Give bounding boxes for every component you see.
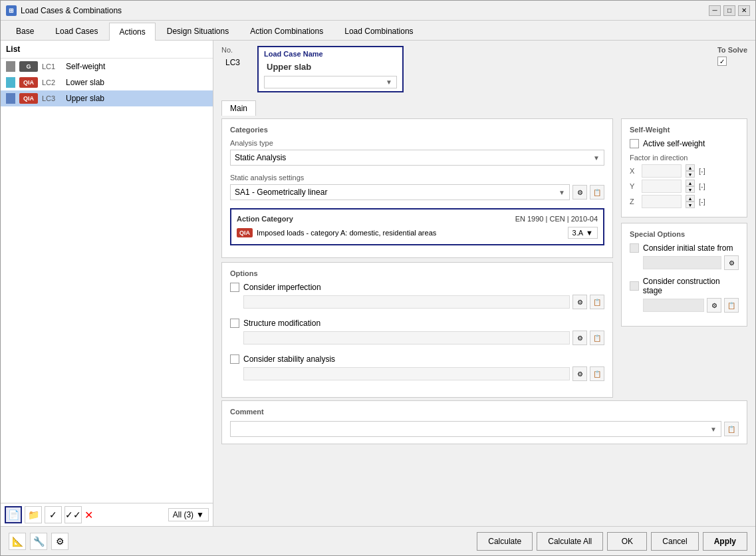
ok-button[interactable]: OK <box>607 532 647 551</box>
construction-stage-input <box>643 299 704 312</box>
apply-button[interactable]: Apply <box>703 532 747 551</box>
all-dropdown[interactable]: All (3) ▼ <box>168 508 209 521</box>
initial-state-edit-button[interactable]: ⚙ <box>724 255 739 270</box>
tool-button-1[interactable]: 📐 <box>9 533 26 550</box>
structure-modification-input[interactable] <box>243 331 570 345</box>
maximize-button[interactable]: □ <box>723 5 735 16</box>
structure-edit-button[interactable]: ⚙ <box>572 331 587 345</box>
initial-state-checkbox[interactable] <box>630 243 639 253</box>
structure-modification-checkbox[interactable] <box>230 319 239 328</box>
tool-button-3[interactable]: ⚙ <box>51 533 68 550</box>
construction-copy-button[interactable]: 📋 <box>724 298 739 313</box>
calculate-all-button[interactable]: Calculate All <box>537 532 603 551</box>
load-case-name-label: Load Case Name <box>264 50 397 58</box>
categories-box: Categories Analysis type Static Analysis… <box>221 118 613 258</box>
imperfection-edit-button[interactable]: ⚙ <box>572 295 587 309</box>
item-color-strip <box>6 77 15 88</box>
action-category-dropdown-value: 3.A <box>572 229 584 237</box>
comment-copy-button[interactable]: 📋 <box>724 422 739 436</box>
factor-z-up[interactable]: ▲ <box>686 195 695 202</box>
construction-stage-label: Consider construction stage <box>643 277 739 295</box>
factor-x-up[interactable]: ▲ <box>686 164 695 171</box>
tab-base[interactable]: Base <box>6 22 44 40</box>
main-section-row: Categories Analysis type Static Analysis… <box>213 116 755 398</box>
window-title: Load Cases & Combinations <box>21 6 122 15</box>
minimize-button[interactable]: ─ <box>709 5 721 16</box>
tab-load-combinations[interactable]: Load Combinations <box>334 22 423 40</box>
self-weight-panel: Self-Weight Active self-weight Factor in… <box>621 118 747 217</box>
factor-z-input[interactable] <box>642 195 682 208</box>
load-case-name-dropdown[interactable]: ▼ <box>264 76 397 88</box>
all-dropdown-label: All (3) <box>173 510 193 519</box>
imperfection-copy-button[interactable]: 📋 <box>590 295 604 309</box>
factor-x-input[interactable] <box>642 164 682 178</box>
stability-input[interactable] <box>243 367 570 380</box>
cancel-button[interactable]: Cancel <box>651 532 698 551</box>
consider-imperfection-row: Consider imperfection ⚙ 📋 <box>230 283 604 309</box>
factor-x-label: X <box>630 167 638 175</box>
item-lc-label: LC2 <box>42 78 62 86</box>
app-icon: ⊞ <box>6 5 17 16</box>
comment-dropdown[interactable]: ▼ <box>230 421 721 437</box>
static-settings-dropdown[interactable]: SA1 - Geometrically linear ▼ <box>230 184 570 200</box>
tab-actions[interactable]: Actions <box>109 23 155 41</box>
stability-copy-button[interactable]: 📋 <box>590 366 604 381</box>
load-case-name-input[interactable] <box>264 61 384 73</box>
list-item[interactable]: G LC1 Self-weight <box>1 59 213 74</box>
tab-load-cases[interactable]: Load Cases <box>45 22 108 40</box>
item-name-label: Self-weight <box>66 62 105 71</box>
chevron-down-icon: ▼ <box>586 229 593 237</box>
to-solve-checkbox[interactable] <box>717 57 727 66</box>
active-self-weight-checkbox[interactable] <box>630 139 639 148</box>
factor-y-up[interactable]: ▲ <box>686 180 695 186</box>
construction-stage-checkbox[interactable] <box>630 281 639 291</box>
open-folder-button[interactable]: 📁 <box>25 506 42 523</box>
analysis-type-label: Analysis type <box>230 139 604 147</box>
load-case-name-box: Load Case Name ▼ <box>257 46 404 92</box>
factor-y-label: Y <box>630 182 638 190</box>
factor-z-down[interactable]: ▼ <box>686 202 695 208</box>
delete-button[interactable]: ✕ <box>84 509 93 521</box>
no-section: No. LC3 <box>221 46 244 69</box>
static-settings-value: SA1 - Geometrically linear <box>235 188 327 197</box>
static-settings-group: Static analysis settings SA1 - Geometric… <box>230 174 604 200</box>
new-item-button[interactable]: 📄 <box>5 506 22 523</box>
factor-z-unit: [-] <box>699 198 705 206</box>
chevron-down-icon: ▼ <box>710 426 717 433</box>
list-item[interactable]: QIA LC2 Lower slab <box>1 74 213 90</box>
settings-edit-button[interactable]: ⚙ <box>572 185 587 200</box>
initial-state-input <box>643 256 721 269</box>
settings-copy-button[interactable]: 📋 <box>590 185 604 200</box>
imperfection-input[interactable] <box>243 295 570 309</box>
consider-imperfection-checkbox[interactable] <box>230 283 239 292</box>
item-color-strip <box>6 61 15 72</box>
structure-copy-button[interactable]: 📋 <box>590 331 604 345</box>
check-all-button[interactable]: ✓✓ <box>64 506 82 523</box>
stability-analysis-label: Consider stability analysis <box>243 354 335 364</box>
calculate-button[interactable]: Calculate <box>477 532 533 551</box>
close-button[interactable]: ✕ <box>738 5 750 16</box>
options-box: Options Consider imperfection ⚙ 📋 <box>221 262 613 398</box>
side-column: Self-Weight Active self-weight Factor in… <box>621 118 747 398</box>
factor-x-down[interactable]: ▼ <box>686 171 695 178</box>
item-lc-label: LC1 <box>42 63 62 70</box>
check-button[interactable]: ✓ <box>45 506 62 523</box>
stability-analysis-checkbox[interactable] <box>230 354 239 364</box>
special-options-panel: Special Options Consider initial state f… <box>621 223 747 327</box>
factor-y-down[interactable]: ▼ <box>686 186 695 193</box>
no-value: LC3 <box>221 57 244 69</box>
initial-state-label: Consider initial state from <box>643 243 733 253</box>
item-badge-qia: QIA <box>19 93 38 104</box>
main-content: List G LC1 Self-weight QIA LC2 Lower sla… <box>1 41 755 526</box>
tool-button-2[interactable]: 🔧 <box>30 533 47 550</box>
tab-action-combinations[interactable]: Action Combinations <box>240 22 333 40</box>
action-category-dropdown[interactable]: 3.A ▼ <box>568 227 598 239</box>
analysis-type-dropdown[interactable]: Static Analysis ▼ <box>230 150 604 166</box>
tab-design-situations[interactable]: Design Situations <box>157 22 239 40</box>
stability-edit-button[interactable]: ⚙ <box>572 366 587 381</box>
construction-edit-button[interactable]: ⚙ <box>707 298 721 313</box>
tab-main[interactable]: Main <box>221 100 256 116</box>
list-item-selected[interactable]: QIA LC3 Upper slab <box>1 90 213 106</box>
factor-y-input[interactable] <box>642 180 682 193</box>
item-name-label: Upper slab <box>66 94 104 103</box>
